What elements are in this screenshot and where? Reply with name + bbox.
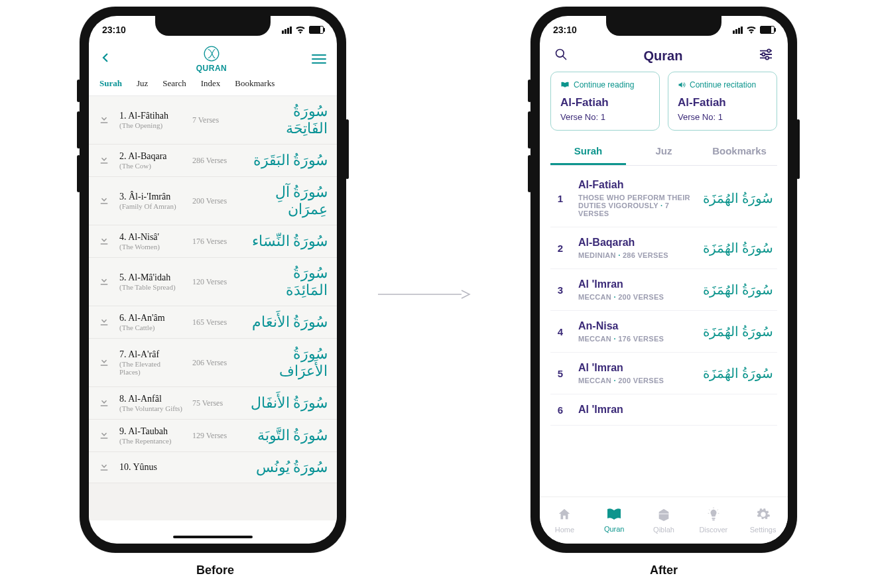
- arabic-calligraphy: سُورَةُ الأَنفَال: [248, 394, 328, 412]
- list-item[interactable]: 2Al-BaqarahMEDINIAN286 VERSESسُورَةُ اله…: [550, 227, 777, 269]
- phone-before: 23:10 QURAN Surah Juz: [80, 7, 346, 553]
- download-icon[interactable]: [98, 355, 110, 370]
- list-item[interactable]: 1Al-FatiahTHOSE WHO PERFORM THEIR DUTIES…: [550, 170, 777, 227]
- surah-number: 7. Al-A'râf: [119, 349, 183, 360]
- book-icon: [606, 508, 622, 522]
- nav-settings[interactable]: Settings: [738, 497, 788, 544]
- menu-button[interactable]: [312, 54, 326, 64]
- continue-recitation-card[interactable]: Continue recitation Al-Fatiah Verse No: …: [668, 72, 777, 131]
- download-icon[interactable]: [98, 428, 110, 443]
- hamburger-icon: [312, 54, 326, 56]
- filter-button[interactable]: [759, 48, 773, 63]
- after-tabs: Surah Juz Bookmarks: [550, 145, 777, 166]
- list-item[interactable]: 1. Al-Fâtihah(The Opening)7 Versesسُورَة…: [89, 96, 337, 145]
- verse-count: 165 Verses: [192, 318, 239, 327]
- arabic-calligraphy: سُورَةُ التَّوبَة: [248, 427, 328, 444]
- surah-meta: MECCAN200 VERSES: [578, 293, 691, 301]
- verse-count: 7 Verses: [192, 115, 239, 125]
- surah-name: Al 'Imran: [578, 362, 691, 374]
- surah-translation: (The Table Spread): [119, 283, 183, 291]
- search-button[interactable]: [554, 48, 568, 64]
- continue-reading-card[interactable]: Continue reading Al-Fatiah Verse No: 1: [550, 72, 660, 131]
- surah-index: 6: [554, 404, 566, 416]
- app-logo: QURAN: [196, 45, 227, 73]
- svg-point-0: [204, 46, 219, 61]
- signal-icon: [733, 27, 743, 34]
- tab-juz[interactable]: Juz: [137, 78, 148, 89]
- nav-quran[interactable]: Quran: [590, 497, 639, 544]
- surah-list-after[interactable]: 1Al-FatiahTHOSE WHO PERFORM THEIR DUTIES…: [540, 166, 788, 430]
- arabic-calligraphy: سُورَةُ النِّسَاء: [248, 233, 328, 250]
- arabic-calligraphy: سُورَةُ الهُمَزَة: [703, 323, 773, 339]
- surah-translation: (The Repentance): [119, 437, 183, 445]
- chevron-left-icon: [99, 52, 111, 64]
- surah-number: 5. Al-Mâ'idah: [119, 272, 183, 283]
- download-icon[interactable]: [98, 315, 110, 329]
- tab-index[interactable]: Index: [201, 78, 221, 89]
- surah-number: 8. Al-Anfâl: [119, 394, 183, 404]
- tab-search[interactable]: Search: [162, 78, 186, 89]
- nav-label: Quran: [604, 525, 625, 533]
- download-icon[interactable]: [98, 274, 110, 289]
- download-icon[interactable]: [98, 153, 110, 168]
- tab-surah[interactable]: Surah: [550, 145, 626, 165]
- before-tabs: Surah Juz Search Index Bookmarks: [89, 76, 337, 96]
- list-item[interactable]: 4. Al-Nisâ'(The Women)176 Versesسُورَةُ …: [89, 225, 337, 258]
- verse-count: 206 Verses: [192, 358, 239, 368]
- verse-count: 176 Verses: [192, 237, 239, 247]
- list-item[interactable]: 3Al 'ImranMECCAN200 VERSESسُورَةُ الهُمَ…: [550, 269, 777, 311]
- list-item[interactable]: 2. Al-Baqara(The Cow)286 Versesسُورَةُ ا…: [89, 145, 337, 177]
- surah-number: 9. Al-Taubah: [119, 426, 183, 437]
- list-item[interactable]: 7. Al-A'râf(The Elevated Places)206 Vers…: [89, 339, 337, 387]
- surah-number: 1. Al-Fâtihah: [119, 111, 183, 121]
- status-time: 23:10: [102, 25, 126, 35]
- tab-surah[interactable]: Surah: [99, 78, 122, 89]
- surah-index: 4: [554, 326, 566, 337]
- wifi-icon: [746, 26, 757, 34]
- sliders-icon: [759, 48, 773, 60]
- phone-notch: [606, 16, 721, 36]
- card-verse-no: Verse No: 1: [678, 112, 767, 122]
- surah-number: 2. Al-Baqara: [119, 151, 183, 162]
- list-item[interactable]: 5Al 'ImranMECCAN200 VERSESسُورَةُ الهُمَ…: [550, 353, 777, 394]
- list-item[interactable]: 9. Al-Taubah(The Repentance)129 Versesسُ…: [89, 420, 337, 452]
- surah-translation: (The Women): [119, 243, 183, 251]
- download-icon[interactable]: [98, 194, 110, 208]
- bottom-nav: HomeQuranQiblahDiscoverSettings: [540, 497, 788, 544]
- download-icon[interactable]: [98, 396, 110, 410]
- download-icon[interactable]: [98, 113, 110, 127]
- tab-bookmarks[interactable]: Bookmarks: [235, 78, 275, 89]
- surah-name: Al-Fatiah: [578, 179, 691, 191]
- surah-list-before[interactable]: 1. Al-Fâtihah(The Opening)7 Versesسُورَة…: [89, 96, 337, 520]
- nav-home[interactable]: Home: [540, 497, 590, 544]
- surah-index: 5: [554, 368, 566, 379]
- surah-translation: (Family Of Amran): [119, 202, 183, 210]
- nav-label: Qiblah: [653, 526, 674, 534]
- list-item[interactable]: 4An-NisaMECCAN176 VERSESسُورَةُ الهُمَزَ…: [550, 311, 777, 353]
- surah-translation: (The Elevated Places): [119, 360, 183, 376]
- download-icon[interactable]: [98, 234, 110, 249]
- download-icon[interactable]: [98, 460, 110, 475]
- list-item[interactable]: 5. Al-Mâ'idah(The Table Spread)120 Verse…: [89, 258, 337, 306]
- list-item[interactable]: 8. Al-Anfâl(The Voluntary Gifts)75 Verse…: [89, 387, 337, 420]
- tab-juz[interactable]: Juz: [626, 145, 702, 165]
- list-item[interactable]: 10. Yûnusسُورَةُ يُونُس: [89, 452, 337, 483]
- battery-icon: [760, 26, 775, 34]
- gear-icon: [756, 507, 771, 523]
- phone-notch: [155, 16, 271, 36]
- list-item[interactable]: 6. Al-An'âm(The Cattle)165 Versesسُورَةُ…: [89, 306, 337, 339]
- tab-bookmarks[interactable]: Bookmarks: [702, 145, 777, 165]
- home-indicator: [173, 536, 253, 538]
- arrow-right-icon: [378, 288, 471, 304]
- surah-meta: THOSE WHO PERFORM THEIR DUTIES VIGOROUSL…: [578, 194, 691, 217]
- list-item[interactable]: 3. Âl-i-'Imrân(Family Of Amran)200 Verse…: [89, 177, 337, 225]
- back-button[interactable]: [99, 52, 111, 66]
- nav-discover[interactable]: Discover: [688, 497, 738, 544]
- status-time: 23:10: [553, 25, 577, 35]
- surah-meta: MEDINIAN286 VERSES: [578, 251, 691, 259]
- nav-qiblah[interactable]: Qiblah: [639, 497, 689, 544]
- list-item[interactable]: 6Al 'Imran: [550, 394, 777, 426]
- quran-logo-icon: [203, 45, 220, 62]
- arabic-calligraphy: سُورَةُ الهُمَزَة: [703, 365, 773, 381]
- home-icon: [557, 507, 572, 523]
